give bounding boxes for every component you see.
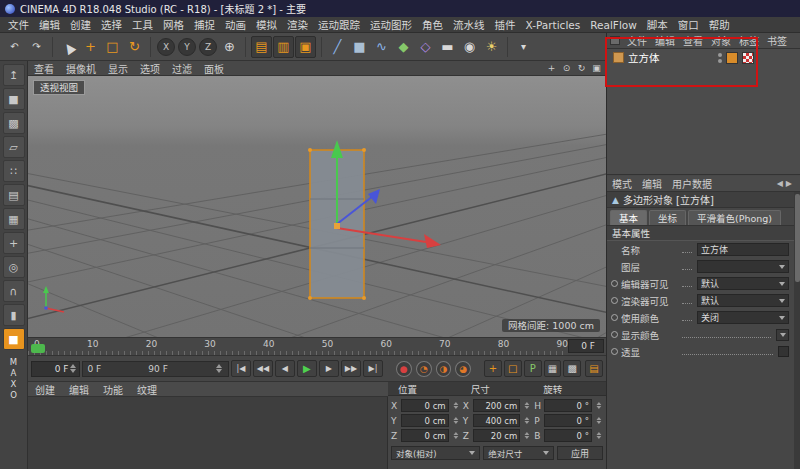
spline-icon[interactable]: ∿	[371, 36, 392, 58]
maximize-view-icon[interactable]: ▣	[590, 62, 603, 74]
am-menu-mode[interactable]: 模式	[607, 176, 637, 191]
record-rotation-toggle[interactable]: ◕	[455, 361, 471, 377]
spinner[interactable]	[452, 432, 459, 439]
keyframe-grid-a-icon[interactable]: ▦	[544, 360, 562, 377]
vp-menu-filter[interactable]: 过滤	[166, 61, 198, 76]
x-axis-lock-button[interactable]: X	[157, 38, 175, 56]
model-mode-icon[interactable]: ■	[3, 88, 25, 110]
menu-character[interactable]: 角色	[417, 17, 448, 32]
vp-menu-camera[interactable]: 摄像机	[60, 61, 102, 76]
mat-menu-create[interactable]: 创建	[28, 382, 62, 397]
live-selection-icon[interactable]: ▲	[54, 31, 84, 61]
menu-plugins[interactable]: 插件	[490, 17, 521, 32]
undo-icon[interactable]: ↶	[4, 36, 25, 58]
menu-help[interactable]: 帮助	[704, 17, 735, 32]
attribute-scrollbar[interactable]	[794, 192, 800, 469]
om-menu-object[interactable]: 对象	[707, 33, 735, 48]
menu-create[interactable]: 创建	[65, 17, 96, 32]
use-color-dropdown[interactable]: 关闭	[697, 311, 789, 324]
om-menu-edit[interactable]: 编辑	[651, 33, 679, 48]
current-frame-field[interactable]: 0 F	[31, 361, 80, 377]
menu-motion-tracker[interactable]: 运动跟踪	[313, 17, 365, 32]
pos-y-field[interactable]: 0 cm	[401, 414, 449, 427]
phong-tag-icon[interactable]	[742, 52, 754, 64]
panel-layout-icon[interactable]	[610, 36, 620, 45]
range-spinner[interactable]	[215, 364, 224, 373]
spinner[interactable]	[523, 432, 530, 439]
texture-mode-icon[interactable]: ▩	[3, 112, 25, 134]
record-scale-toggle[interactable]: ◑	[436, 361, 452, 377]
cube-primitive-icon[interactable]: ■	[349, 36, 370, 58]
size-y-field[interactable]: 400 cm	[473, 414, 521, 427]
mograph-icon[interactable]: ◆	[393, 36, 414, 58]
goto-end-button[interactable]: ▶|	[363, 360, 383, 377]
deformer-icon[interactable]: ◇	[415, 36, 436, 58]
frame-spinner[interactable]	[68, 364, 77, 373]
spinner[interactable]	[523, 402, 530, 409]
menu-simulate[interactable]: 模拟	[251, 17, 282, 32]
scale-tool-icon[interactable]: □	[102, 36, 123, 58]
vp-menu-view[interactable]: 查看	[28, 61, 60, 76]
prev-frame-button[interactable]: ◀	[275, 360, 295, 377]
menu-mesh[interactable]: 网格	[158, 17, 189, 32]
preview-range-slider[interactable]: 0 F 90 F	[82, 361, 228, 377]
rot-p-field[interactable]: 0 °	[544, 414, 592, 427]
keyframe-circle[interactable]	[611, 331, 618, 338]
rotate-tool-icon[interactable]: ↻	[124, 36, 145, 58]
zoom-view-icon[interactable]: ⊙	[560, 62, 573, 74]
light-icon[interactable]: ☀	[481, 36, 502, 58]
prev-key-button[interactable]: ◀◀	[253, 360, 273, 377]
am-menu-userdata[interactable]: 用户数据	[667, 176, 717, 191]
view-label[interactable]: 透视视图	[33, 80, 85, 95]
key-parameter-toggle[interactable]: P	[524, 360, 542, 377]
enable-axis-icon[interactable]: +	[3, 232, 25, 254]
bodypaint-icon[interactable]: ■	[3, 328, 25, 350]
om-menu-view[interactable]: 查看	[679, 33, 707, 48]
pan-view-icon[interactable]: +	[545, 62, 558, 74]
object-manager-list[interactable]: 立方体	[607, 49, 800, 175]
vp-menu-panel[interactable]: 面板	[198, 61, 230, 76]
menu-snap[interactable]: 捕捉	[189, 17, 220, 32]
make-editable-icon[interactable]: ↥	[3, 64, 25, 86]
size-x-field[interactable]: 200 cm	[473, 399, 521, 412]
visibility-dots-icon[interactable]	[718, 53, 722, 63]
tab-coordinates[interactable]: 坐标	[649, 210, 686, 225]
size-z-field[interactable]: 20 cm	[473, 429, 521, 442]
edges-mode-icon[interactable]: ▤	[3, 184, 25, 206]
mat-menu-edit[interactable]: 编辑	[62, 382, 96, 397]
mouse-input-icon[interactable]: ▮	[3, 304, 25, 326]
timeline-ruler[interactable]: 0 10 20 30 40 50 60 70 80 90 0 F	[28, 338, 606, 356]
tab-phong[interactable]: 平滑着色(Phong)	[688, 210, 781, 225]
spinner[interactable]	[452, 402, 459, 409]
keyframe-grid-b-icon[interactable]: ▩	[563, 360, 581, 377]
editor-visibility-dropdown[interactable]: 默认	[697, 277, 789, 290]
om-menu-file[interactable]: 文件	[623, 33, 651, 48]
size-mode-dropdown[interactable]: 绝对尺寸	[483, 446, 554, 460]
apply-button[interactable]: 应用	[557, 446, 603, 460]
keyframe-circle[interactable]	[611, 314, 618, 321]
workplane-mode-icon[interactable]: ▱	[3, 136, 25, 158]
renderer-visibility-dropdown[interactable]: 默认	[697, 294, 789, 307]
record-keyframe-button[interactable]: ●	[396, 361, 412, 377]
next-key-button[interactable]: ▶▶	[341, 360, 361, 377]
mat-menu-function[interactable]: 功能	[96, 382, 130, 397]
coordinate-system-icon[interactable]: ⊕	[219, 36, 240, 58]
render-queue-icon[interactable]: ▤	[585, 360, 603, 377]
key-scale-toggle[interactable]: □	[504, 360, 522, 377]
render-settings-icon[interactable]: ▣	[295, 36, 316, 58]
rot-b-field[interactable]: 0 °	[544, 429, 592, 442]
xray-checkbox[interactable]	[778, 346, 789, 357]
spinner[interactable]	[595, 417, 602, 424]
record-position-toggle[interactable]: ◔	[416, 361, 432, 377]
menu-render[interactable]: 渲染	[282, 17, 313, 32]
object-item-label[interactable]: 立方体	[628, 50, 660, 65]
key-move-toggle[interactable]: +	[484, 360, 502, 377]
menu-file[interactable]: 文件	[3, 17, 34, 32]
keyframe-circle[interactable]	[611, 280, 618, 287]
mat-menu-texture[interactable]: 纹理	[130, 382, 164, 397]
display-mode-dropdown-icon[interactable]: ▾	[513, 36, 534, 58]
om-menu-bookmarks[interactable]: 书签	[763, 33, 791, 48]
menu-script[interactable]: 脚本	[642, 17, 673, 32]
texture-tag-icon[interactable]	[726, 52, 738, 64]
menu-window[interactable]: 窗口	[673, 17, 704, 32]
